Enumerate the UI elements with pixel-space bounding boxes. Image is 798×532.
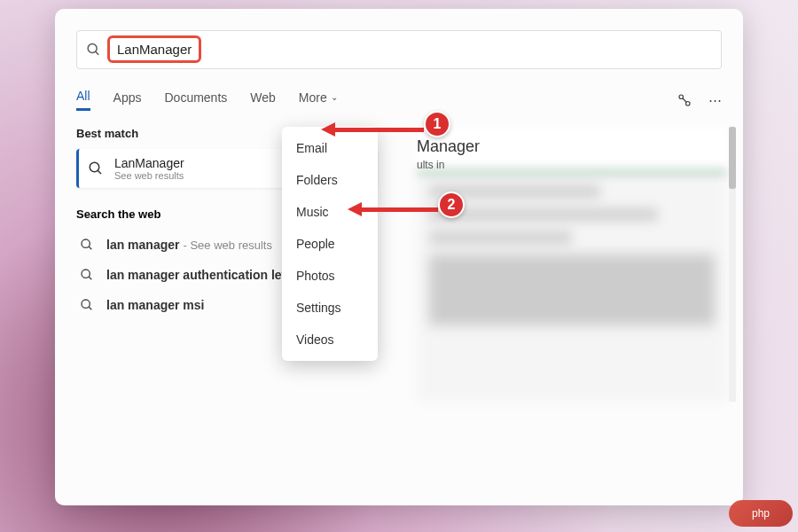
search-icon [88,160,104,176]
preview-subtitle-fragment: ults in [417,159,444,171]
chevron-down-icon: ⌄ [331,92,338,102]
tab-documents[interactable]: Documents [164,90,227,110]
tab-more[interactable]: More ⌄ [299,90,338,110]
annotation-callout-1: 1 [424,111,450,137]
dropdown-item-people[interactable]: People [282,228,378,260]
search-window: LanManager All Apps Documents Web More ⌄… [55,9,743,505]
svg-line-5 [98,170,101,174]
dropdown-item-photos[interactable]: Photos [282,260,378,292]
tab-all[interactable]: All [76,89,90,111]
search-bar[interactable]: LanManager [76,30,722,69]
svg-line-9 [89,277,91,279]
search-icon [80,268,94,282]
search-icon [80,298,94,312]
web-result-term: lan manager authentication level [106,268,299,282]
preview-panel [417,127,727,402]
svg-point-8 [82,270,90,278]
more-dropdown: Email Folders Music People Photos Settin… [282,127,378,361]
open-in-icon[interactable] [677,92,692,108]
dropdown-item-videos[interactable]: Videos [282,324,378,356]
web-result-suffix: - See web results [183,239,271,252]
svg-line-11 [89,307,91,309]
filter-tabs: All Apps Documents Web More ⌄ ⋯ [76,89,722,111]
preview-column: Manager ults in ▲ [385,127,727,320]
tab-more-label: More [299,90,327,105]
web-result-term: lan manager msi [106,298,205,312]
search-icon [86,42,101,58]
svg-line-1 [96,51,99,55]
svg-point-10 [82,300,90,308]
dropdown-item-settings[interactable]: Settings [282,292,378,324]
search-query-highlight: LanManager [107,35,201,63]
svg-point-6 [82,239,90,247]
tab-web[interactable]: Web [250,90,276,110]
annotation-arrow-1 [321,122,424,137]
dropdown-item-folders[interactable]: Folders [282,164,378,196]
preview-scrollbar[interactable] [729,127,736,402]
more-options-icon[interactable]: ⋯ [708,92,722,108]
watermark-badge: php [729,500,793,527]
results-area: Best match LanManager See web results Se… [55,127,743,320]
best-match-title: LanManager [114,156,184,170]
svg-point-0 [88,44,97,53]
svg-line-7 [89,246,91,249]
preview-title-fragment: Manager [417,137,480,156]
search-icon [80,238,94,252]
svg-point-4 [90,162,99,172]
best-match-subtitle: See web results [114,170,184,181]
dropdown-item-email[interactable]: Email [282,132,378,164]
scrollbar-thumb[interactable] [729,127,736,189]
annotation-arrow-2 [348,202,438,216]
annotation-callout-2: 2 [438,192,465,218]
web-result-term: lan manager [106,238,179,252]
tab-apps[interactable]: Apps [113,90,142,110]
